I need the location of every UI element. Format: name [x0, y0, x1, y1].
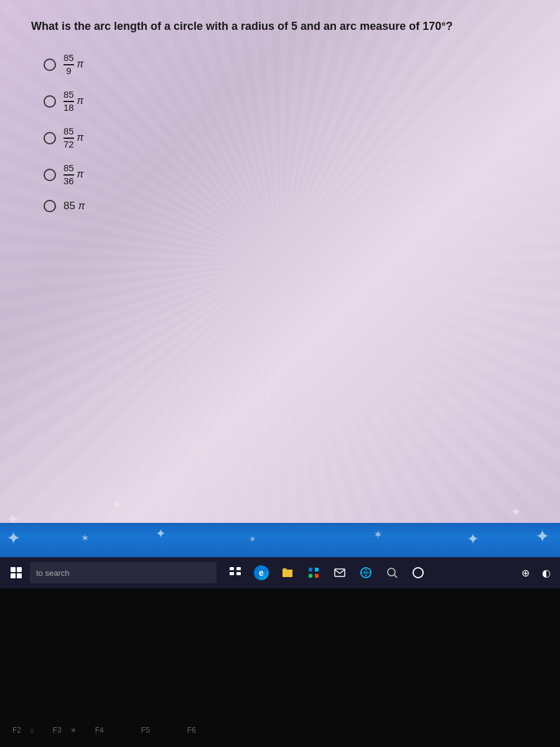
cortana-icon [412, 566, 424, 579]
task-view-button[interactable] [224, 561, 246, 584]
vpn-button[interactable] [355, 561, 377, 584]
svg-rect-7 [315, 574, 319, 578]
svg-rect-1 [236, 567, 241, 570]
win-logo-q3 [11, 573, 16, 578]
radio-4[interactable] [44, 169, 56, 181]
svg-rect-8 [335, 569, 345, 576]
fraction-4-denominator: 36 [63, 176, 74, 187]
svg-rect-5 [315, 568, 319, 571]
svg-rect-3 [236, 572, 241, 575]
windows-logo [11, 567, 22, 578]
win-logo-q2 [17, 567, 22, 572]
mail-icon [334, 566, 346, 579]
search-button[interactable] [381, 561, 403, 584]
sparkle-3: ✦ [510, 504, 521, 520]
file-explorer-button[interactable] [276, 561, 299, 584]
pi-3: π [77, 132, 83, 143]
radio-1[interactable] [44, 59, 56, 71]
taskbar-decorations: ✦ ✶ ✦ ✴ ✶ ✦ ✦ [0, 523, 560, 557]
cortana-button[interactable] [407, 561, 429, 584]
bottom-area: F2 ⌂ F3 ☀ F4 F5 F6 [0, 588, 560, 747]
option-2-label: 85 18 π [63, 90, 83, 113]
system-tray: ⊕ ◐ [516, 564, 555, 581]
svg-rect-0 [230, 567, 234, 570]
svg-point-13 [413, 568, 423, 578]
store-button[interactable] [302, 561, 325, 584]
folder-icon [281, 566, 294, 579]
tray-icon-2[interactable]: ◐ [538, 564, 555, 581]
svg-line-12 [394, 575, 397, 578]
key-f3-sub: ☀ [70, 726, 77, 735]
key-f4: F4 [95, 726, 104, 735]
fraction-4-numerator: 85 [63, 163, 74, 176]
radio-3[interactable] [44, 132, 56, 144]
star-deco-5: ✶ [373, 528, 383, 542]
svg-rect-2 [230, 572, 234, 575]
pi-1: π [77, 59, 83, 69]
search-text: to search [36, 568, 69, 578]
fraction-2: 85 18 [63, 90, 74, 113]
option-5-value: 85 [63, 200, 78, 212]
radio-2[interactable] [44, 95, 56, 108]
key-f3: F3 [53, 726, 62, 735]
mail-button[interactable] [329, 561, 351, 584]
fraction-3-denominator: 72 [63, 139, 74, 150]
svg-rect-6 [309, 574, 312, 578]
question-area: What is the arc length of a circle with … [0, 0, 560, 231]
pi-2: π [77, 95, 83, 106]
star-deco-6: ✦ [467, 530, 479, 548]
option-3-label: 85 72 π [63, 126, 83, 149]
option-2[interactable]: 85 18 π [44, 90, 529, 113]
fraction-4: 85 36 [63, 163, 74, 186]
taskbar-icons: e [224, 561, 429, 584]
key-f5: F5 [141, 726, 150, 735]
svg-rect-4 [309, 568, 312, 571]
start-button[interactable] [5, 561, 27, 584]
task-view-icon [229, 566, 241, 579]
option-4[interactable]: 85 36 π [44, 163, 529, 186]
sparkle-1: ✦ [6, 510, 19, 523]
option-5-label: 85 π [63, 200, 85, 212]
pi-5: π [78, 200, 85, 211]
fraction-3-numerator: 85 [63, 126, 74, 139]
key-f2-sub: ⌂ [30, 726, 34, 734]
taskbar-strip: ✦ ✶ ✦ ✴ ✶ ✦ ✦ [0, 523, 560, 557]
win-logo-q4 [17, 573, 22, 578]
star-deco-4: ✴ [249, 534, 256, 544]
star-deco-7: ✦ [535, 526, 549, 547]
tray-icon-1[interactable]: ⊕ [516, 564, 534, 581]
edge-icon: e [254, 565, 269, 580]
fraction-2-numerator: 85 [63, 90, 74, 102]
fraction-3: 85 72 [63, 126, 74, 149]
pi-4: π [77, 169, 83, 179]
search-bar[interactable]: to search [30, 562, 217, 583]
fraction-1-numerator: 85 [63, 53, 74, 65]
star-deco-2: ✶ [81, 532, 89, 544]
option-1-label: 85 9 π [63, 53, 83, 76]
answer-options: 85 9 π 85 18 π [31, 53, 529, 212]
star-deco-3: ✦ [156, 526, 166, 541]
main-content: ✦ ✶ ✦ What is the arc length of a circle… [0, 0, 560, 523]
magnify-icon [386, 566, 398, 579]
star-deco-1: ✦ [6, 528, 21, 548]
fraction-2-denominator: 18 [63, 102, 74, 113]
store-icon [307, 566, 320, 579]
fraction-1: 85 9 [63, 53, 74, 76]
option-4-label: 85 36 π [63, 163, 83, 186]
vpn-icon [360, 566, 372, 579]
option-3[interactable]: 85 72 π [44, 126, 529, 149]
sparkle-2: ✶ [112, 498, 121, 512]
question-text: What is the arc length of a circle with … [31, 19, 529, 34]
fraction-1-denominator: 9 [66, 65, 71, 77]
edge-button[interactable]: e [250, 561, 273, 584]
option-5[interactable]: 85 π [44, 200, 529, 212]
keyboard-row: F2 ⌂ F3 ☀ F4 F5 F6 [0, 726, 196, 735]
win-logo-q1 [11, 567, 16, 572]
radio-5[interactable] [44, 200, 56, 212]
key-f6: F6 [187, 726, 196, 735]
taskbar: to search e [0, 557, 560, 588]
key-f2: F2 [12, 726, 21, 735]
option-1[interactable]: 85 9 π [44, 53, 529, 76]
